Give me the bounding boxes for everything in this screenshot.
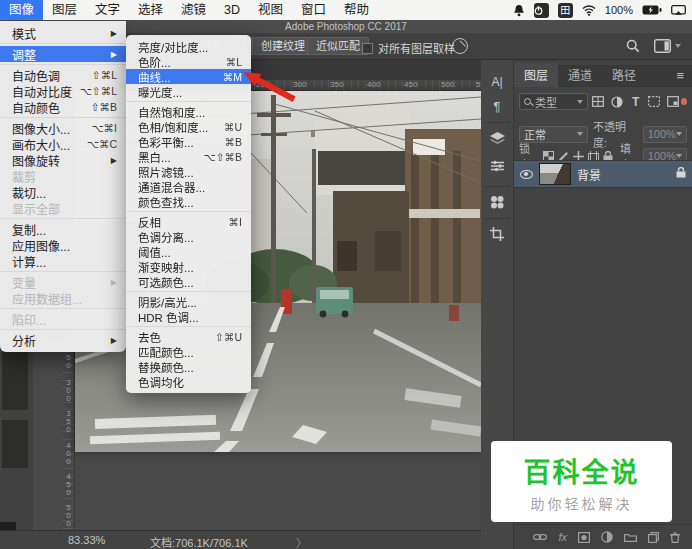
menu-item-exposure[interactable]: 曝光度... [126,84,251,99]
proximity-match-button[interactable]: 近似匹配 [307,37,369,55]
menu-item-posterize[interactable]: 色调分离... [126,229,251,244]
group-icon[interactable] [624,532,637,542]
menu-item-equalize[interactable]: 色调均化 [126,374,251,389]
crop-panel-icon[interactable] [481,222,513,246]
effects-icon[interactable]: fx [558,531,567,543]
menubar-item-layer[interactable]: 图层 [43,0,86,20]
menubar-item-select[interactable]: 选择 [129,0,172,20]
menu-item-brightness-contrast[interactable]: 亮度/对比度... [126,39,251,54]
menu-separator [0,271,126,272]
layer-visibility-eye-icon[interactable] [520,170,533,179]
opacity-value: 100% [648,128,676,140]
status-options-chevron[interactable]: 〉 [296,534,307,549]
menu-item-trim[interactable]: 裁切... [0,184,126,200]
create-texture-button[interactable]: 创建纹理 [252,37,314,55]
ruler-label: 400 [367,80,380,89]
chevron-down-icon [577,132,583,136]
ime-pinyin-icon[interactable]: 田 [558,3,573,18]
character-panel-icon[interactable]: A| [481,70,513,94]
type-filter-icon[interactable]: T [628,94,644,109]
menubar-item-image[interactable]: 图像 [0,0,43,20]
adjustment-icon[interactable] [601,531,613,543]
delete-icon[interactable] [670,532,680,543]
filter-toggle-pin[interactable] [681,98,687,105]
menu-item-color-lookup[interactable]: 颜色查找... [126,194,251,209]
tab-paths[interactable]: 路径 [602,63,646,87]
new-layer-icon[interactable] [648,532,659,543]
menu-item-calculations[interactable]: 计算... [0,253,126,269]
menu-item-gradient-map[interactable]: 渐变映射... [126,259,251,274]
mask-icon[interactable] [578,532,590,543]
link-icon[interactable] [533,533,547,541]
layer-thumbnail[interactable] [539,163,571,185]
menu-item-image-rotation[interactable]: 图像旋转▶ [0,152,126,168]
tab-layers[interactable]: 图层 [514,63,558,87]
menu-item-curves[interactable]: 曲线...⌘M [126,69,251,84]
menu-item-hdr-toning[interactable]: HDR 色调... [126,309,251,324]
filter-type-dropdown[interactable]: 类型 [519,93,588,110]
menu-item-crop: 裁剪 [0,168,126,184]
ruler-label: 500 [64,503,73,527]
pixel-filter-icon[interactable] [591,94,607,109]
menu-item-channel-mixer[interactable]: 通道混合器... [126,179,251,194]
panel-tabs: 图层 通道 路径 ≡ [514,65,692,87]
menu-item-adjustments[interactable]: 调整▶ [0,46,126,62]
paragraph-panel-icon[interactable]: ¶ [481,94,513,118]
menu-item-invert[interactable]: 反相⌘I [126,214,251,229]
menubar-item-3d[interactable]: 3D [215,0,249,20]
menu-item-auto-contrast[interactable]: 自动对比度⌥⇧⌘L [0,83,126,99]
wifi-icon[interactable] [582,5,596,16]
menu-item-replace-color[interactable]: 替换颜色... [126,359,251,374]
menu-item-mode[interactable]: 模式▶ [0,25,126,41]
menubar-item-window[interactable]: 窗口 [292,0,335,20]
menu-item-analysis[interactable]: 分析▶ [0,332,126,348]
menu-separator [0,308,126,309]
swatches-panel-icon[interactable] [481,190,513,214]
menu-item-selective-color[interactable]: 可选颜色... [126,274,251,289]
sample-all-layers-checkbox[interactable]: 对所有图层取样 [362,40,455,56]
smart-object-filter-icon[interactable] [665,94,681,109]
input-source-icon[interactable] [534,3,549,18]
menu-item-image-size[interactable]: 图像大小...⌥⌘I [0,120,126,136]
layer-filter-row: 类型 T [514,93,692,110]
layer-comps-panel-icon[interactable] [481,126,513,150]
submenu-arrow-icon: ▶ [111,29,117,38]
zoom-level-field[interactable]: 83.33% [68,534,105,546]
menu-separator [126,101,251,102]
menu-item-levels[interactable]: 色阶...⌘L [126,54,251,69]
notification-bell-icon[interactable] [513,4,525,17]
tablet-pressure-icon[interactable] [452,38,468,54]
menu-item-match-color[interactable]: 匹配颜色... [126,344,251,359]
menubar-item-type[interactable]: 文字 [86,0,129,20]
ruler-label: 450 [404,80,417,89]
checkbox-box[interactable] [362,43,373,54]
search-icon[interactable] [626,39,640,57]
shape-filter-icon[interactable] [646,94,662,109]
menu-item-auto-tone[interactable]: 自动色调⇧⌘L [0,67,126,83]
workspace-switcher[interactable] [654,39,681,53]
menu-item-duplicate[interactable]: 复制... [0,221,126,237]
menubar-item-filter[interactable]: 滤镜 [172,0,215,20]
menu-item-photo-filter[interactable]: 照片滤镜... [126,164,251,179]
properties-panel-icon[interactable] [481,154,513,178]
display-mirroring-icon[interactable] [671,5,686,16]
menu-item-color-balance[interactable]: 色彩平衡...⌘B [126,134,251,149]
menu-item-desaturate[interactable]: 去色⇧⌘U [126,329,251,344]
menu-item-vibrance[interactable]: 自然饱和度... [126,104,251,119]
menu-item-auto-color[interactable]: 自动颜色⇧⌘B [0,99,126,115]
menu-item-hue-saturation[interactable]: 色相/饱和度...⌘U [126,119,251,134]
menubar-item-help[interactable]: 帮助 [335,0,378,20]
background-lock-icon[interactable] [676,167,686,181]
macos-menubar: 图像 图层 文字 选择 滤镜 3D 视图 窗口 帮助 田 100% [0,0,692,20]
panel-menu-icon[interactable]: ≡ [668,68,692,87]
tab-channels[interactable]: 通道 [558,63,602,87]
menu-item-shadows-highlights[interactable]: 阴影/高光... [126,294,251,309]
menu-item-apply-image[interactable]: 应用图像... [0,237,126,253]
adjustment-filter-icon[interactable] [609,94,625,109]
menubar-item-view[interactable]: 视图 [249,0,292,20]
menu-item-threshold[interactable]: 阈值... [126,244,251,259]
layer-row-background[interactable]: 背景 [514,160,692,188]
menu-item-canvas-size[interactable]: 画布大小...⌥⌘C [0,136,126,152]
menu-item-reveal-all: 显示全部 [0,200,126,216]
menu-item-black-white[interactable]: 黑白...⌥⇧⌘B [126,149,251,164]
